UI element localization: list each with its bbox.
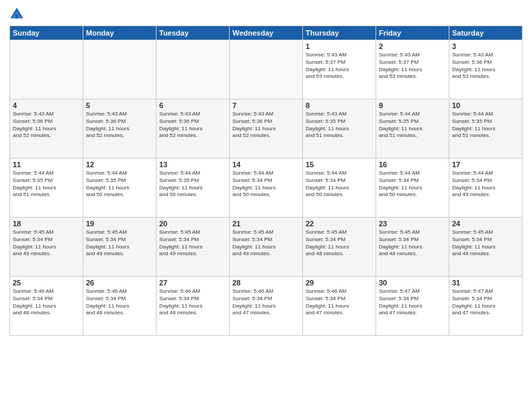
day-number: 24 bbox=[452, 220, 519, 228]
cell-text: Sunrise: 5:44 AMSunset: 5:34 PMDaylight:… bbox=[452, 170, 519, 199]
day-number: 2 bbox=[379, 42, 446, 50]
calendar-header-saturday: Saturday bbox=[449, 26, 523, 40]
cell-text: Sunrise: 5:44 AMSunset: 5:35 PMDaylight:… bbox=[159, 170, 226, 199]
day-number: 16 bbox=[379, 161, 446, 169]
day-number: 6 bbox=[159, 101, 226, 109]
day-number: 23 bbox=[379, 220, 446, 228]
calendar-cell bbox=[230, 40, 303, 99]
day-number: 25 bbox=[13, 279, 80, 287]
calendar-cell: 4Sunrise: 5:43 AMSunset: 5:36 PMDaylight… bbox=[10, 99, 83, 158]
header bbox=[9, 7, 523, 21]
page: SundayMondayTuesdayWednesdayThursdayFrid… bbox=[0, 0, 532, 411]
cell-text: Sunrise: 5:44 AMSunset: 5:34 PMDaylight:… bbox=[379, 170, 446, 199]
cell-text: Sunrise: 5:44 AMSunset: 5:35 PMDaylight:… bbox=[86, 170, 153, 199]
calendar-cell: 25Sunrise: 5:46 AMSunset: 5:34 PMDayligh… bbox=[10, 277, 83, 336]
day-number: 4 bbox=[13, 101, 80, 109]
calendar-header-monday: Monday bbox=[83, 26, 157, 40]
calendar-cell: 15Sunrise: 5:44 AMSunset: 5:34 PMDayligh… bbox=[303, 158, 376, 218]
cell-text: Sunrise: 5:44 AMSunset: 5:35 PMDaylight:… bbox=[452, 111, 519, 140]
calendar-cell: 18Sunrise: 5:45 AMSunset: 5:34 PMDayligh… bbox=[10, 218, 83, 277]
day-number: 17 bbox=[452, 161, 519, 169]
calendar-header-thursday: Thursday bbox=[303, 26, 376, 40]
calendar-cell: 24Sunrise: 5:45 AMSunset: 5:34 PMDayligh… bbox=[449, 218, 523, 277]
logo bbox=[9, 7, 27, 21]
cell-text: Sunrise: 5:43 AMSunset: 5:36 PMDaylight:… bbox=[86, 111, 153, 140]
calendar-week-4: 18Sunrise: 5:45 AMSunset: 5:34 PMDayligh… bbox=[10, 218, 523, 277]
calendar-header-row: SundayMondayTuesdayWednesdayThursdayFrid… bbox=[10, 26, 523, 40]
calendar-cell: 31Sunrise: 5:47 AMSunset: 5:34 PMDayligh… bbox=[449, 277, 523, 336]
cell-text: Sunrise: 5:46 AMSunset: 5:34 PMDaylight:… bbox=[13, 288, 80, 317]
cell-text: Sunrise: 5:45 AMSunset: 5:34 PMDaylight:… bbox=[232, 229, 300, 258]
calendar-header-friday: Friday bbox=[376, 26, 449, 40]
cell-text: Sunrise: 5:45 AMSunset: 5:34 PMDaylight:… bbox=[306, 229, 373, 258]
calendar-cell: 8Sunrise: 5:43 AMSunset: 5:35 PMDaylight… bbox=[303, 99, 376, 158]
calendar-week-1: 1Sunrise: 5:43 AMSunset: 5:37 PMDaylight… bbox=[10, 40, 523, 99]
cell-text: Sunrise: 5:43 AMSunset: 5:35 PMDaylight:… bbox=[306, 111, 373, 140]
calendar-header-sunday: Sunday bbox=[10, 26, 83, 40]
cell-text: Sunrise: 5:45 AMSunset: 5:34 PMDaylight:… bbox=[13, 229, 80, 258]
calendar-header-wednesday: Wednesday bbox=[230, 26, 303, 40]
calendar-cell: 13Sunrise: 5:44 AMSunset: 5:35 PMDayligh… bbox=[157, 158, 230, 218]
cell-text: Sunrise: 5:45 AMSunset: 5:34 PMDaylight:… bbox=[452, 229, 519, 258]
cell-text: Sunrise: 5:44 AMSunset: 5:34 PMDaylight:… bbox=[306, 170, 373, 199]
cell-text: Sunrise: 5:44 AMSunset: 5:34 PMDaylight:… bbox=[232, 170, 300, 199]
calendar-week-5: 25Sunrise: 5:46 AMSunset: 5:34 PMDayligh… bbox=[10, 277, 523, 336]
calendar-cell: 11Sunrise: 5:44 AMSunset: 5:35 PMDayligh… bbox=[10, 158, 83, 218]
cell-text: Sunrise: 5:47 AMSunset: 5:34 PMDaylight:… bbox=[452, 288, 519, 317]
calendar-cell: 14Sunrise: 5:44 AMSunset: 5:34 PMDayligh… bbox=[230, 158, 303, 218]
calendar-cell: 20Sunrise: 5:45 AMSunset: 5:34 PMDayligh… bbox=[157, 218, 230, 277]
day-number: 30 bbox=[379, 279, 446, 287]
day-number: 5 bbox=[86, 101, 153, 109]
cell-text: Sunrise: 5:45 AMSunset: 5:34 PMDaylight:… bbox=[159, 229, 226, 258]
day-number: 31 bbox=[452, 279, 519, 287]
day-number: 9 bbox=[379, 101, 446, 109]
cell-text: Sunrise: 5:43 AMSunset: 5:36 PMDaylight:… bbox=[452, 52, 519, 81]
calendar-cell: 28Sunrise: 5:46 AMSunset: 5:34 PMDayligh… bbox=[230, 277, 303, 336]
cell-text: Sunrise: 5:46 AMSunset: 5:34 PMDaylight:… bbox=[232, 288, 300, 317]
day-number: 3 bbox=[452, 42, 519, 50]
calendar-cell: 16Sunrise: 5:44 AMSunset: 5:34 PMDayligh… bbox=[376, 158, 449, 218]
calendar-cell: 23Sunrise: 5:45 AMSunset: 5:34 PMDayligh… bbox=[376, 218, 449, 277]
calendar-cell bbox=[83, 40, 157, 99]
day-number: 13 bbox=[159, 161, 226, 169]
calendar-cell: 9Sunrise: 5:44 AMSunset: 5:35 PMDaylight… bbox=[376, 99, 449, 158]
cell-text: Sunrise: 5:43 AMSunset: 5:37 PMDaylight:… bbox=[379, 52, 446, 81]
cell-text: Sunrise: 5:46 AMSunset: 5:34 PMDaylight:… bbox=[306, 288, 373, 317]
calendar-cell: 1Sunrise: 5:43 AMSunset: 5:37 PMDaylight… bbox=[303, 40, 376, 99]
day-number: 10 bbox=[452, 101, 519, 109]
calendar-cell: 7Sunrise: 5:43 AMSunset: 5:36 PMDaylight… bbox=[230, 99, 303, 158]
cell-text: Sunrise: 5:46 AMSunset: 5:34 PMDaylight:… bbox=[159, 288, 226, 317]
svg-rect-2 bbox=[15, 14, 19, 18]
day-number: 20 bbox=[159, 220, 226, 228]
calendar-week-3: 11Sunrise: 5:44 AMSunset: 5:35 PMDayligh… bbox=[10, 158, 523, 218]
logo-icon bbox=[9, 7, 24, 21]
cell-text: Sunrise: 5:43 AMSunset: 5:36 PMDaylight:… bbox=[13, 111, 80, 140]
calendar-cell: 30Sunrise: 5:47 AMSunset: 5:34 PMDayligh… bbox=[376, 277, 449, 336]
cell-text: Sunrise: 5:46 AMSunset: 5:34 PMDaylight:… bbox=[86, 288, 153, 317]
day-number: 7 bbox=[232, 101, 300, 109]
calendar-cell: 17Sunrise: 5:44 AMSunset: 5:34 PMDayligh… bbox=[449, 158, 523, 218]
day-number: 21 bbox=[232, 220, 300, 228]
day-number: 22 bbox=[306, 220, 373, 228]
day-number: 18 bbox=[13, 220, 80, 228]
cell-text: Sunrise: 5:47 AMSunset: 5:34 PMDaylight:… bbox=[379, 288, 446, 317]
calendar-week-2: 4Sunrise: 5:43 AMSunset: 5:36 PMDaylight… bbox=[10, 99, 523, 158]
cell-text: Sunrise: 5:45 AMSunset: 5:34 PMDaylight:… bbox=[379, 229, 446, 258]
cell-text: Sunrise: 5:45 AMSunset: 5:34 PMDaylight:… bbox=[86, 229, 153, 258]
cell-text: Sunrise: 5:44 AMSunset: 5:35 PMDaylight:… bbox=[379, 111, 446, 140]
calendar-header-tuesday: Tuesday bbox=[157, 26, 230, 40]
calendar-cell: 5Sunrise: 5:43 AMSunset: 5:36 PMDaylight… bbox=[83, 99, 157, 158]
calendar-cell: 2Sunrise: 5:43 AMSunset: 5:37 PMDaylight… bbox=[376, 40, 449, 99]
calendar-cell: 10Sunrise: 5:44 AMSunset: 5:35 PMDayligh… bbox=[449, 99, 523, 158]
calendar-cell: 29Sunrise: 5:46 AMSunset: 5:34 PMDayligh… bbox=[303, 277, 376, 336]
day-number: 1 bbox=[306, 42, 373, 50]
day-number: 8 bbox=[306, 101, 373, 109]
calendar-cell bbox=[157, 40, 230, 99]
day-number: 11 bbox=[13, 161, 80, 169]
calendar-cell: 12Sunrise: 5:44 AMSunset: 5:35 PMDayligh… bbox=[83, 158, 157, 218]
calendar-cell: 19Sunrise: 5:45 AMSunset: 5:34 PMDayligh… bbox=[83, 218, 157, 277]
day-number: 28 bbox=[232, 279, 300, 287]
calendar-cell bbox=[10, 40, 83, 99]
calendar-cell: 6Sunrise: 5:43 AMSunset: 5:36 PMDaylight… bbox=[157, 99, 230, 158]
day-number: 14 bbox=[232, 161, 300, 169]
